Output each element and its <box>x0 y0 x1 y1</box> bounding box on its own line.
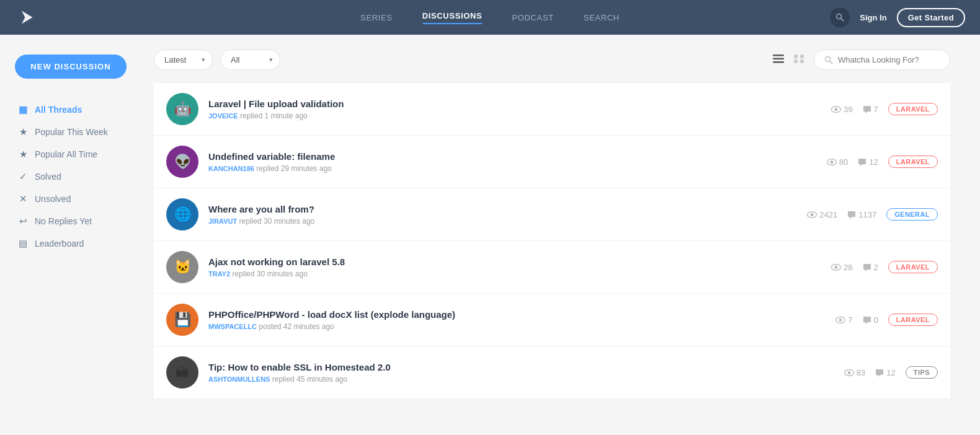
thread-tag[interactable]: TIPS <box>906 366 938 379</box>
thread-stats: 80 12 <box>827 157 878 167</box>
chat-icon <box>863 263 871 271</box>
thread-avatar: 💾 <box>166 304 198 336</box>
filter-select[interactable]: All Laravel General Tips <box>220 50 280 70</box>
thread-body: Tip: How to enable SSL in Homestead 2.0 … <box>208 362 834 384</box>
thread-time: 1 minute ago <box>264 112 307 120</box>
reply-count: 7 <box>874 105 878 114</box>
thread-username[interactable]: MWSPACELLC <box>208 323 257 330</box>
thread-action: replied <box>272 375 296 384</box>
nav-discussions[interactable]: Discussions <box>422 11 483 24</box>
thread-username[interactable]: TRAY2 <box>208 270 230 278</box>
thread-title: Ajax not working on laravel 5.8 <box>208 257 821 267</box>
thread-username[interactable]: JIRAVUT <box>208 218 237 225</box>
svg-point-21 <box>839 319 842 322</box>
unsolved-label: Unsolved <box>35 194 71 204</box>
search-input[interactable] <box>838 55 937 64</box>
thread-tag[interactable]: LARAVEL <box>888 314 938 326</box>
logo[interactable] <box>15 6 37 29</box>
search-bar-icon <box>824 56 833 64</box>
grid-view-button[interactable] <box>791 51 806 69</box>
thread-meta: TRAY2 replied 30 minutes ago <box>208 270 821 278</box>
thread-time: 30 minutes ago <box>264 217 314 226</box>
thread-item[interactable]: 🤖 Laravel | File upload validation JOVEI… <box>154 82 950 136</box>
reply-count: 12 <box>869 157 878 167</box>
thread-body: Ajax not working on laravel 5.8 TRAY2 re… <box>208 257 821 278</box>
thread-action: posted <box>259 322 283 331</box>
sort-select[interactable]: Latest Oldest Popular <box>154 50 213 70</box>
thread-item[interactable]: 🌐 Where are you all from? JIRAVUT replie… <box>154 188 950 241</box>
thread-views: 39 <box>831 105 852 114</box>
view-count: 39 <box>844 105 852 114</box>
get-started-button[interactable]: Get Started <box>897 8 965 27</box>
eye-icon <box>831 106 841 113</box>
thread-stats: 39 7 <box>831 105 878 114</box>
thread-avatar: 🏔 <box>166 356 198 389</box>
all-threads-label: All Threads <box>35 105 82 115</box>
thread-tag[interactable]: GENERAL <box>886 208 938 221</box>
thread-meta: ASHTONMULLENS replied 45 minutes ago <box>208 375 834 384</box>
view-count: 2421 <box>819 210 837 219</box>
search-bar <box>814 50 950 70</box>
svg-rect-6 <box>794 55 798 58</box>
nav-podcast[interactable]: Podcast <box>512 13 553 22</box>
thread-action: replied <box>240 112 264 120</box>
nav-series[interactable]: Series <box>360 13 393 22</box>
thread-meta: JOVEICE replied 1 minute ago <box>208 112 821 120</box>
leaderboard-icon: ▤ <box>17 238 29 249</box>
thread-action: replied <box>232 270 256 278</box>
sidebar-item-solved[interactable]: ✓ Solved <box>15 165 139 188</box>
svg-rect-3 <box>773 55 784 56</box>
nav-search[interactable]: Search <box>584 13 620 22</box>
navbar-right: Sign In Get Started <box>830 7 965 27</box>
thread-tag[interactable]: LARAVEL <box>888 156 938 168</box>
svg-line-2 <box>841 19 844 22</box>
svg-rect-4 <box>773 58 784 60</box>
eye-icon <box>844 369 854 376</box>
thread-username[interactable]: ASHTONMULLENS <box>208 376 270 383</box>
thread-avatar: 🤖 <box>166 93 198 125</box>
svg-rect-8 <box>794 59 798 63</box>
sidebar-item-leaderboard[interactable]: ▤ Leaderboard <box>15 232 139 255</box>
thread-username[interactable]: KANCHAN186 <box>208 165 254 172</box>
thread-username[interactable]: JOVEICE <box>208 112 238 120</box>
sidebar-item-popular-week[interactable]: ★ Popular This Week <box>15 121 139 143</box>
reply-count: 12 <box>886 368 895 377</box>
popular-all-label: Popular All Time <box>35 149 97 159</box>
navbar-search-button[interactable] <box>830 7 850 27</box>
sidebar: New Discussion ▦ All Threads ★ Popular T… <box>15 50 139 399</box>
svg-point-19 <box>835 266 838 269</box>
thread-body: Laravel | File upload validation JOVEICE… <box>208 99 821 120</box>
thread-replies: 12 <box>875 368 895 377</box>
thread-views: 83 <box>844 368 865 377</box>
thread-action: replied <box>256 164 280 173</box>
thread-title: Where are you all from? <box>208 204 797 214</box>
popular-week-label: Popular This Week <box>35 127 108 137</box>
thread-item[interactable]: 🏔 Tip: How to enable SSL in Homestead 2.… <box>154 346 950 399</box>
thread-stats: 28 2 <box>831 263 878 272</box>
list-view-button[interactable] <box>770 51 786 69</box>
reply-count: 1137 <box>858 210 876 219</box>
thread-meta: JIRAVUT replied 30 minutes ago <box>208 217 797 226</box>
navbar: Series Discussions Podcast Search Sign I… <box>0 0 980 35</box>
thread-tag[interactable]: LARAVEL <box>888 103 938 115</box>
sidebar-item-popular-all[interactable]: ★ Popular All Time <box>15 143 139 165</box>
sign-in-link[interactable]: Sign In <box>860 13 886 22</box>
thread-item[interactable]: 🐱 Ajax not working on laravel 5.8 TRAY2 … <box>154 241 950 294</box>
thread-body: Where are you all from? JIRAVUT replied … <box>208 204 797 226</box>
svg-rect-5 <box>773 61 784 63</box>
thread-item[interactable]: 💾 PHPOffice/PHPWord - load docX list (ex… <box>154 294 950 346</box>
sidebar-item-no-replies[interactable]: ↩ No Replies Yet <box>15 210 139 232</box>
thread-views: 28 <box>831 263 852 272</box>
thread-meta: MWSPACELLC posted 42 minutes ago <box>208 322 826 331</box>
no-replies-label: No Replies Yet <box>35 216 92 226</box>
svg-point-15 <box>830 160 833 164</box>
sidebar-item-all-threads[interactable]: ▦ All Threads <box>15 99 139 121</box>
toolbar: Latest Oldest Popular ▾ All Laravel Gene… <box>154 50 950 70</box>
main-content: Latest Oldest Popular ▾ All Laravel Gene… <box>139 50 965 399</box>
thread-replies: 2 <box>863 263 878 272</box>
sidebar-item-unsolved[interactable]: ✕ Unsolved <box>15 188 139 210</box>
new-discussion-button[interactable]: New Discussion <box>15 55 127 79</box>
thread-title: Tip: How to enable SSL in Homestead 2.0 <box>208 362 834 372</box>
thread-tag[interactable]: LARAVEL <box>888 261 938 273</box>
thread-item[interactable]: 👽 Undefined variable: filename KANCHAN18… <box>154 136 950 188</box>
